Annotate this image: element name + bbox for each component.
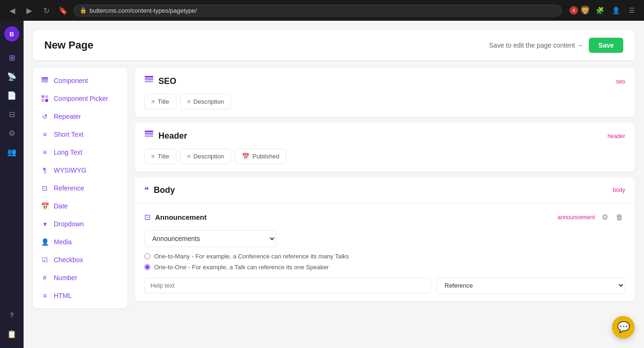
radio-one-input[interactable] — [144, 264, 150, 270]
header-title: Header — [158, 131, 603, 141]
radio-many-label: One-to-Many - For example, a Conference … — [154, 253, 349, 260]
svg-rect-10 — [145, 133, 153, 135]
save-button[interactable]: Save — [589, 38, 623, 53]
radio-many[interactable]: One-to-Many - For example, a Conference … — [144, 253, 625, 260]
profile-button[interactable]: 👤 — [609, 4, 622, 17]
long-text-icon: ≡ — [41, 148, 49, 157]
seo-slug: seo — [616, 78, 625, 85]
component-picker-label: Component Picker — [54, 95, 108, 102]
title-icon: ≡ — [151, 98, 155, 105]
component-item-number[interactable]: # Number — [33, 269, 127, 287]
address-bar[interactable]: 🔒 buttercms.com/content-types/pagetype/ — [74, 5, 562, 17]
svg-rect-7 — [145, 78, 153, 80]
sidebar-item-users[interactable]: 👥 — [3, 143, 20, 160]
reload-button[interactable]: ↻ — [40, 4, 53, 17]
seo-section: SEO seo ≡ Title ≡ Description — [135, 68, 635, 117]
svg-rect-12 — [145, 131, 153, 133]
svg-rect-8 — [145, 81, 153, 83]
sidebar-item-pages[interactable]: 📄 — [3, 87, 20, 104]
back-button[interactable]: ◀ — [6, 4, 19, 17]
save-hint: Save to edit the page content → — [489, 41, 583, 49]
published-cal-icon: 📅 — [242, 153, 249, 160]
header-slug: header — [608, 133, 625, 140]
date-label: Date — [54, 202, 68, 210]
sidebar-item-collections[interactable]: ⊟ — [3, 106, 20, 123]
layers-icon — [41, 76, 49, 85]
repeater-icon: ↺ — [41, 112, 49, 121]
announcement-title: Announcement — [155, 213, 553, 221]
date-icon: 📅 — [41, 202, 49, 210]
component-item-checkbox[interactable]: ☑ Checkbox — [33, 251, 127, 269]
bookmark-button[interactable]: 🔖 — [57, 4, 70, 17]
chat-bubble[interactable]: 💬 — [612, 316, 635, 339]
svg-rect-3 — [41, 95, 44, 98]
header-field-description: ≡ Description — [180, 149, 231, 164]
component-item-long-text[interactable]: ≡ Long Text — [33, 143, 127, 161]
sidebar-nav: B ⊞ 📡 📄 ⊟ ⚙ 👥 ? 📋 — [0, 21, 24, 348]
component-item-component[interactable]: Component — [33, 72, 127, 90]
component-item-html[interactable]: ≡ HTML — [33, 287, 127, 305]
user-avatar[interactable]: B — [4, 26, 19, 41]
seo-section-header: SEO seo — [144, 75, 625, 87]
help-text-input[interactable] — [144, 278, 431, 293]
header-field-title-label: Title — [158, 153, 169, 160]
sidebar-item-logs[interactable]: 📋 — [3, 325, 20, 342]
dropdown-label: Dropdown — [54, 220, 84, 228]
svg-rect-1 — [41, 81, 48, 83]
announcement-delete-button[interactable]: 🗑 — [614, 211, 625, 224]
svg-rect-9 — [145, 76, 153, 78]
svg-rect-11 — [145, 135, 153, 137]
sidebar-item-home[interactable]: ⊞ — [3, 49, 20, 66]
announcement-settings-button[interactable]: ⚙ — [600, 211, 610, 224]
sidebar-item-gear[interactable]: ⚙ — [3, 124, 20, 141]
component-item-reference[interactable]: ⊡ Reference — [33, 179, 127, 197]
component-item-short-text[interactable]: ≡ Short Text — [33, 125, 127, 143]
component-item-media[interactable]: 👤 Media — [33, 233, 127, 251]
long-text-label: Long Text — [54, 149, 82, 156]
component-item-repeater[interactable]: ↺ Repeater — [33, 108, 127, 125]
extensions-button[interactable]: 🧩 — [593, 4, 606, 17]
repeater-label: Repeater — [54, 113, 81, 120]
radio-many-input[interactable] — [144, 253, 150, 259]
shield-badge: 4 — [570, 6, 578, 15]
header-section: Header header ≡ Title ≡ Description — [135, 123, 635, 172]
brave-icon: 🦁 — [580, 5, 590, 16]
sidebar-item-help[interactable]: ? — [3, 307, 20, 323]
seo-fields: ≡ Title ≡ Description — [144, 94, 625, 109]
bottom-row: Reference text seo header — [144, 277, 625, 294]
radio-one[interactable]: One-to-One - For example, a Talk can ref… — [144, 264, 625, 271]
number-label: Number — [54, 274, 77, 282]
page-header-right: Save to edit the page content → Save — [489, 38, 623, 53]
body-slug: body — [613, 187, 625, 193]
short-text-label: Short Text — [54, 131, 83, 138]
forward-button[interactable]: ▶ — [23, 4, 36, 17]
announcement-actions: ⚙ 🗑 — [600, 211, 625, 224]
header-field-published: 📅 Published — [235, 149, 286, 164]
description-icon: ≡ — [187, 98, 191, 105]
header-field-description-label: Description — [193, 153, 224, 160]
page-title: New Page — [44, 39, 93, 51]
announcement-slug: announcement — [558, 214, 595, 221]
component-item-wysiwyg[interactable]: ¶ WYSIWYG — [33, 161, 127, 179]
body-section: ❝ Body body ⊡ Announcement announcement … — [135, 177, 635, 301]
wysiwyg-icon: ¶ — [41, 166, 49, 174]
seo-field-description: ≡ Description — [180, 94, 231, 109]
short-text-icon: ≡ — [41, 130, 49, 139]
component-item-picker[interactable]: Component Picker — [33, 90, 127, 108]
announcements-select[interactable]: Announcements — [144, 230, 276, 247]
component-item-date[interactable]: 📅 Date — [33, 197, 127, 215]
body-quote-icon: ❝ — [144, 185, 149, 195]
html-label: HTML — [54, 292, 72, 299]
reference-label: Reference — [54, 184, 84, 192]
component-label: Component — [54, 77, 88, 84]
sidebar-item-blog[interactable]: 📡 — [3, 68, 20, 85]
right-panel: SEO seo ≡ Title ≡ Description — [135, 68, 635, 308]
reference-select[interactable]: Reference text seo header — [437, 277, 625, 294]
seo-field-title-label: Title — [158, 98, 169, 105]
component-item-dropdown[interactable]: ▾ Dropdown — [33, 215, 127, 233]
svg-rect-0 — [41, 79, 48, 81]
main-content: New Page Save to edit the page content →… — [24, 21, 644, 348]
menu-button[interactable]: ☰ — [625, 4, 638, 17]
page-header: New Page Save to edit the page content →… — [33, 30, 635, 60]
component-picker-icon — [41, 94, 49, 103]
